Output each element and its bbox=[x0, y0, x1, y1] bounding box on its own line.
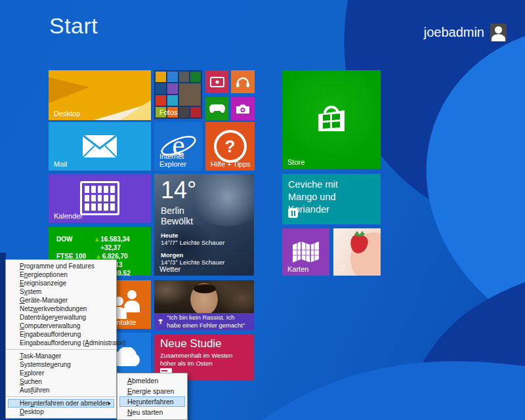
tile-gesundheit[interactable]: ♡ bbox=[333, 228, 381, 276]
news-quote-text: "Ich bin kein Rassist. Ich habe einen Fe… bbox=[167, 314, 250, 329]
weather-tomorrow-label: Morgen bbox=[161, 251, 250, 259]
tile-news[interactable]: "Ich bin kein Rassist. Ich habe einen Fe… bbox=[154, 280, 254, 330]
menu-item-energie-sparen[interactable]: Energie sparen bbox=[119, 386, 185, 396]
video-icon bbox=[205, 70, 228, 93]
menu-item-ereignisanzeige[interactable]: Ereignisanzeige bbox=[8, 279, 114, 287]
recipe-title: Ceviche mit Mango und Koriander bbox=[288, 178, 367, 216]
menu-item-label: Desktop bbox=[20, 408, 44, 415]
menu-item-eingabeaufforderung[interactable]: Eingabeaufforderung bbox=[8, 330, 114, 339]
tile-label: Fotos bbox=[159, 108, 178, 116]
tile-label: Mail bbox=[54, 160, 67, 168]
tile-kalender[interactable]: Kalender bbox=[49, 174, 151, 222]
tile-musik[interactable] bbox=[231, 70, 255, 93]
tile-wetter[interactable]: 14° Berlin Bewölkt Heute 14°/7° Leichte … bbox=[154, 174, 254, 276]
user-account[interactable]: joebadmin bbox=[424, 24, 507, 41]
menu-item-programme-und-features[interactable]: Programme und Features bbox=[8, 262, 114, 270]
menu-item-computerverwaltung[interactable]: Computerverwaltung bbox=[8, 322, 114, 330]
tile-mail[interactable]: Mail bbox=[49, 122, 151, 171]
menu-item-neu-starten[interactable]: Neu starten bbox=[119, 407, 185, 417]
menu-item-label: Computerverwaltung bbox=[20, 322, 80, 329]
tile-internet-explorer[interactable]: e Internet Explorer bbox=[154, 122, 202, 171]
menu-item-systemsteuerung[interactable]: Systemsteuerung bbox=[8, 360, 114, 369]
start-screen: Start joebadmin Desktop Fotos bbox=[0, 0, 525, 420]
heart-icon: ♡ bbox=[339, 264, 346, 273]
tile-hilfe-tipps[interactable]: ? Hilfe + Tipps bbox=[205, 122, 255, 171]
menu-item-herunterfahren-oder-abmelden[interactable]: Herunterfahren oder abmelden▸ bbox=[8, 399, 114, 408]
menu-item-label: Geräte-Manager bbox=[20, 297, 68, 304]
menu-item-label: Systemsteuerung bbox=[20, 361, 71, 368]
news-title: Neue Studie bbox=[160, 337, 222, 350]
menu-item-abmelden[interactable]: Abmelden bbox=[119, 375, 185, 386]
menu-item-label: System bbox=[20, 288, 41, 295]
menu-item-label: Eingabeaufforderung bbox=[20, 331, 81, 338]
menu-item-label: Energieoptionen bbox=[20, 271, 68, 278]
menu-item-label: Neu starten bbox=[127, 408, 163, 416]
tile-label: Store bbox=[287, 158, 304, 166]
menu-item-explorer[interactable]: Explorer bbox=[8, 369, 114, 377]
weather-today: 14°/7° Leichte Schauer bbox=[161, 239, 250, 246]
tile-kamera[interactable] bbox=[231, 97, 255, 120]
camera-icon bbox=[231, 97, 255, 120]
desktop-art bbox=[49, 77, 89, 104]
food-utensils-icon bbox=[288, 208, 298, 218]
menu-item-system[interactable]: System bbox=[8, 287, 114, 296]
menu-item-label: Task-Manager bbox=[20, 352, 61, 360]
user-avatar-icon bbox=[490, 24, 507, 41]
menu-item-label: Energie sparen bbox=[127, 387, 174, 395]
menu-item-label: Datenträgerverwaltung bbox=[20, 314, 86, 321]
menu-item-label: Explorer bbox=[20, 369, 44, 377]
tile-label: Desktop bbox=[54, 110, 80, 117]
headphones-icon bbox=[231, 70, 255, 93]
tile-label: Hilfe + Tipps bbox=[211, 160, 251, 168]
submenu-arrow-icon: ▸ bbox=[108, 399, 111, 408]
tile-label: Wetter bbox=[159, 265, 180, 273]
tile-label: Kalender bbox=[54, 212, 83, 220]
trophy-icon bbox=[158, 317, 163, 326]
store-bag-icon bbox=[282, 70, 381, 169]
menu-item-datentr-gerverwaltung[interactable]: Datenträgerverwaltung bbox=[8, 313, 114, 322]
news-quote-band: "Ich bin kein Rassist. Ich habe einen Fe… bbox=[154, 313, 254, 330]
tile-fotos[interactable]: Fotos bbox=[154, 70, 202, 119]
menu-item-label: Ausführen bbox=[20, 387, 50, 394]
tile-label: Internet Explorer bbox=[159, 152, 202, 168]
tile-label: Karten bbox=[287, 265, 308, 273]
menu-item-label: Ereignisanzeige bbox=[20, 280, 66, 287]
ticker-row-dow: DOW▲16.583,34 +32,37 bbox=[56, 235, 147, 252]
tile-ceviche[interactable]: Ceviche mit Mango und Koriander bbox=[282, 174, 381, 224]
menu-item-label: Programme und Features bbox=[20, 262, 94, 270]
weather-condition: Bewölkt bbox=[161, 216, 250, 226]
menu-separator bbox=[7, 396, 116, 397]
menu-item-label: Eingabeaufforderung (Administrator) bbox=[20, 339, 126, 346]
ticker-value: 16.583,34 +32,37 bbox=[100, 235, 147, 252]
tile-desktop[interactable]: Desktop bbox=[49, 70, 151, 120]
user-name: joebadmin bbox=[424, 25, 484, 40]
page-title: Start bbox=[49, 13, 98, 39]
menu-item-ger-te-manager[interactable]: Geräte-Manager bbox=[8, 296, 114, 304]
menu-item-netzwerkverbindungen[interactable]: Netzwerkverbindungen bbox=[8, 304, 114, 313]
menu-item-label: Netzwerkverbindungen bbox=[20, 305, 87, 312]
menu-item-desktop[interactable]: Desktop bbox=[8, 408, 114, 416]
menu-item-label: Abmelden bbox=[127, 377, 158, 385]
menu-separator bbox=[7, 349, 116, 350]
weather-today-label: Heute bbox=[161, 232, 250, 239]
ticker-up-arrow-icon: ▲ bbox=[93, 235, 100, 252]
menu-item-energieoptionen[interactable]: Energieoptionen bbox=[8, 270, 114, 279]
tile-spiele[interactable] bbox=[205, 97, 228, 120]
tile-karten[interactable]: Karten bbox=[282, 228, 329, 276]
menu-item-herunterfahren[interactable]: Herunterfahren bbox=[119, 396, 185, 407]
menu-item-task-manager[interactable]: Task-Manager bbox=[8, 352, 114, 360]
menu-item-label: Suchen bbox=[20, 378, 42, 385]
ticker-symbol: DOW bbox=[56, 235, 93, 252]
tile-video[interactable] bbox=[205, 70, 228, 93]
tile-store[interactable]: Store bbox=[282, 70, 381, 169]
menu-item-suchen[interactable]: Suchen bbox=[8, 377, 114, 386]
shutdown-submenu: AbmeldenEnergie sparenHerunterfahrenNeu … bbox=[117, 373, 188, 420]
news-photo bbox=[154, 280, 254, 313]
menu-item-ausf-hren[interactable]: Ausführen bbox=[8, 386, 114, 394]
menu-item-label: Herunterfahren oder abmelden bbox=[20, 400, 110, 407]
menu-item-label: Herunterfahren bbox=[127, 398, 174, 406]
game-controller-icon bbox=[205, 97, 228, 120]
menu-item-eingabeaufforderung-administrator[interactable]: Eingabeaufforderung (Administrator) bbox=[8, 339, 114, 347]
help-question-icon: ? bbox=[214, 130, 247, 163]
weather-city: Berlin bbox=[161, 205, 250, 216]
